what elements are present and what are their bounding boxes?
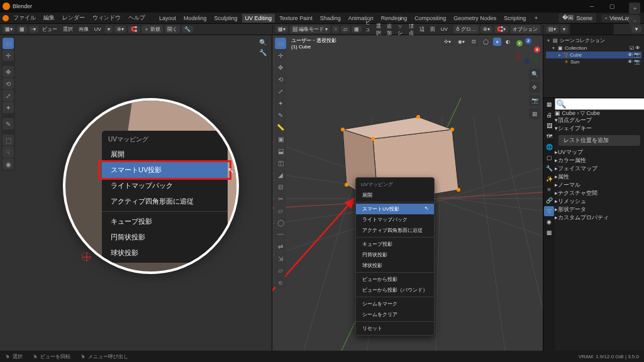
nav-gizmo[interactable]: X Y Z (514, 38, 540, 64)
nav-camera-icon[interactable]: 📷 (529, 95, 540, 106)
ptab-scene-icon[interactable]: 🗺 (544, 131, 554, 141)
tool-annotate-icon[interactable]: ✎ (3, 118, 14, 129)
ptab-modifier-icon[interactable]: 🔧 (544, 163, 554, 173)
outliner[interactable]: ▾▤ シーンコレクション ▾▣ Collection☑ 👁 ▸▽ Cube👁 📷… (543, 35, 644, 98)
menu-edit[interactable]: 編集 (40, 13, 58, 23)
image-selector[interactable]: ▾ (105, 26, 113, 33)
workspace-tab[interactable]: Sculpting (211, 14, 241, 23)
tool-addcube-icon[interactable]: ▣ (275, 133, 286, 145)
ptab-world-icon[interactable]: 🌐 (544, 142, 554, 152)
tool-spin-icon[interactable]: ◯ (275, 217, 286, 228)
panel-header[interactable]: ▾頂点グループ (555, 116, 644, 124)
outliner-filter-icon[interactable]: ▾ (560, 26, 568, 33)
outliner-filter-funnel-icon[interactable]: ▼ (631, 26, 641, 33)
panel-header[interactable]: ▸リメッシュ (555, 197, 644, 206)
ctx-item[interactable]: シームをクリア (356, 309, 434, 320)
outliner-row-scene[interactable]: ▾▤ シーンコレクション (546, 36, 641, 45)
ctx-item-smart-uv[interactable]: スマートUV投影 ↖ (356, 204, 434, 214)
shading-solid-icon[interactable]: ● (493, 38, 501, 46)
ctx-item[interactable]: ビューから投影（バウンド） (356, 285, 434, 295)
tool-cursor-icon[interactable]: ✛ (3, 50, 14, 61)
properties-search-input[interactable] (555, 98, 644, 110)
ctx-item[interactable]: シームをマーク (356, 299, 434, 309)
panel-header[interactable]: ▸テクスチャ空間 (555, 189, 644, 197)
ctx-item[interactable]: ライトマップパック (356, 214, 434, 225)
vp-menu-vert[interactable]: 頂点 (407, 23, 416, 36)
workspace-tab-active[interactable]: UV Editing (242, 14, 275, 23)
snap-toggle[interactable]: 🧲▾ (494, 26, 508, 33)
uv-wrench-icon[interactable]: 🔧 (259, 49, 267, 56)
ctx-item[interactable]: ビューから投影 (356, 274, 434, 285)
tool-move-icon[interactable]: ✥ (275, 62, 286, 73)
ctx-item[interactable]: 展開 (356, 190, 434, 200)
tool-move-icon[interactable]: ✥ (3, 66, 14, 77)
shading-wire-icon[interactable]: ◯ (480, 38, 491, 46)
ctx-item[interactable]: 円筒状投影 (356, 250, 434, 260)
select-mode-face[interactable]: ▦ (352, 26, 362, 33)
menu-render[interactable]: レンダー (59, 13, 88, 23)
tool-measure-icon[interactable]: 📏 (275, 121, 286, 133)
ptab-material-icon[interactable]: ◉ (544, 217, 554, 227)
tool-annotate-icon[interactable]: ✎ (275, 109, 286, 121)
ptab-constraint-icon[interactable]: 🔗 (544, 195, 554, 206)
options-menu[interactable]: オプション (510, 25, 540, 33)
ptab-view-icon[interactable]: 🖼 (544, 121, 554, 131)
rest-position-button[interactable]: レスト位置を追加 (558, 135, 640, 146)
tool-shear-icon[interactable]: ▱ (275, 265, 286, 276)
orientation-selector[interactable]: ♁ グロ… (453, 25, 479, 33)
tool-smooth-icon[interactable]: 〰 (275, 229, 286, 240)
nav-persp-icon[interactable]: ▦ (529, 108, 540, 119)
panel-header[interactable]: ▸カスタムプロパティ (555, 214, 644, 222)
uv-select-mode[interactable]: ▫▾ (29, 26, 38, 33)
ptab-render-icon[interactable]: ▦ (544, 99, 554, 109)
ptab-data-icon[interactable]: ▽ (544, 206, 554, 216)
panel-header[interactable]: ▸ノーマル (555, 181, 644, 189)
tool-polybuild-icon[interactable]: ▱ (275, 205, 286, 216)
tool-rip-icon[interactable]: ⎋ (275, 277, 286, 288)
vp-menu-edge[interactable]: 辺 (418, 26, 426, 33)
tool-transform-icon[interactable]: ✦ (3, 102, 14, 113)
menu-file[interactable]: ファイル (10, 13, 39, 23)
pivot-icon[interactable]: ⊕▾ (114, 26, 126, 33)
outliner-row-sun[interactable]: ☀ Sun👁 📷 (546, 58, 641, 65)
ctx-item[interactable]: リセット (356, 323, 434, 334)
tool-cursor-icon[interactable]: ✛ (275, 50, 286, 61)
tool-grab-icon[interactable]: ☟ (3, 146, 14, 158)
workspace-tab[interactable]: Layout (156, 14, 179, 23)
xray-toggle-icon[interactable]: ⊡ (469, 38, 479, 46)
tool-bevel-icon[interactable]: ◢ (275, 169, 286, 180)
ctx-item[interactable]: キューブ投影 (356, 239, 434, 250)
tool-shrink-icon[interactable]: ⇲ (275, 253, 286, 264)
ptab-texture-icon[interactable]: ▩ (544, 228, 554, 238)
uv-menu-uv[interactable]: UV (92, 26, 103, 32)
tool-rotate-icon[interactable]: ⟲ (3, 78, 14, 89)
uv-new-button[interactable]: ＋ 新規 (142, 25, 163, 33)
3d-viewport[interactable]: ▭ ✛ ✥ ⟲ ⤢ ✦ ✎ 📏 ▣ ⬓ ◫ ◢ ⊟ ✂ ▱ ◯ 〰 ⇄ ⇲ ▱ … (272, 35, 543, 351)
panel-header[interactable]: ▸カラー属性 (555, 156, 644, 165)
tool-knife-icon[interactable]: ✂ (275, 193, 286, 204)
uv-menu-select[interactable]: 選択 (61, 26, 75, 33)
panel-header[interactable]: ▸形状データ (555, 206, 644, 214)
properties-panel[interactable]: ▣ Cube › ▽ Cube ▾頂点グループ ＋－ ▾シェイプキー ＋－ レス… (555, 98, 644, 351)
mode-selector[interactable]: ▦ 編集モード ▾ (290, 25, 330, 33)
vp-menu-select[interactable]: 選択 (374, 23, 383, 36)
uv-editor[interactable]: ▭ ✛ ✥ ⟲ ⤢ ✦ ✎ ⬚ ☟ ◉ 🔍 🔧 UVマッピング 展開 (0, 35, 272, 351)
uv-sync-icon[interactable]: ▦ (17, 26, 27, 33)
shading-matprev-icon[interactable]: ◐ (503, 38, 513, 46)
scene-selector[interactable]: �園 Scene (558, 13, 596, 23)
pivot-selector[interactable]: ⊕▾ (480, 26, 492, 33)
uv-open-button[interactable]: 開く (165, 25, 180, 33)
tool-select-box-icon[interactable]: ▭ (275, 38, 286, 49)
vp-menu-face[interactable]: 面 (428, 26, 437, 33)
nav-zoom-icon[interactable]: 🔍 (529, 69, 540, 80)
ptab-object-icon[interactable]: ▢ (544, 153, 554, 163)
ctx-item[interactable]: 球状投影 (356, 260, 434, 271)
tool-select-box-icon[interactable]: ▭ (3, 38, 14, 49)
tool-loopcut-icon[interactable]: ⊟ (275, 181, 286, 192)
ctx-item[interactable]: アクティブ四角形面に追従 (356, 225, 434, 236)
tool-transform-icon[interactable]: ✦ (275, 97, 286, 109)
tool-rip-icon[interactable]: ⬚ (3, 134, 14, 146)
tool-rotate-icon[interactable]: ⟲ (275, 74, 286, 85)
panel-header[interactable]: ▸属性 (555, 173, 644, 181)
tool-inset-icon[interactable]: ◫ (275, 157, 286, 168)
